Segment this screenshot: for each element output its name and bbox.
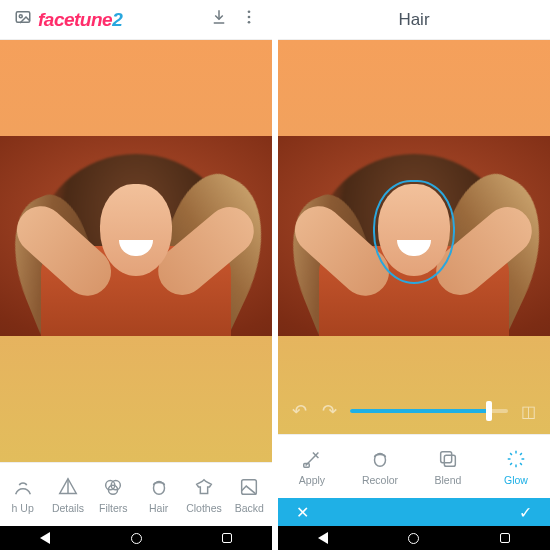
media-picker-icon[interactable] — [8, 8, 38, 31]
nav-recent[interactable] — [500, 533, 510, 543]
svg-point-3 — [248, 16, 251, 19]
nav-recent[interactable] — [222, 533, 232, 543]
tool-label: Backd — [235, 502, 264, 514]
tool-filters[interactable]: Filters — [91, 476, 135, 514]
download-icon[interactable] — [204, 8, 234, 31]
compare-icon[interactable]: ◫ — [518, 402, 538, 421]
tool-label: Apply — [299, 474, 325, 486]
tool-label: Recolor — [362, 474, 398, 486]
tool-label: h Up — [12, 502, 34, 514]
tool-backdrop[interactable]: Backd — [227, 476, 271, 514]
screen-main: facetune2 h Up Details — [0, 0, 272, 550]
android-navbar — [0, 526, 272, 550]
tool-label: Glow — [504, 474, 528, 486]
tool-hair[interactable]: Hair — [137, 476, 181, 514]
nav-back[interactable] — [318, 532, 328, 544]
tool-blend[interactable]: Blend — [426, 448, 470, 486]
svg-point-1 — [19, 15, 22, 18]
tool-label: Clothes — [186, 502, 222, 514]
brand-part1: facetune — [38, 9, 112, 30]
svg-rect-13 — [444, 455, 455, 466]
slider-fill — [350, 409, 489, 413]
svg-point-2 — [248, 10, 251, 13]
nav-home[interactable] — [131, 533, 142, 544]
brand-part2: 2 — [112, 9, 122, 30]
edit-canvas-main[interactable] — [0, 40, 272, 462]
confirm-button[interactable]: ✓ — [519, 503, 532, 522]
main-toolbar[interactable]: h Up Details Filters Hair Clothes Backd — [0, 462, 272, 526]
intensity-row: ↶ ↷ ◫ — [278, 400, 550, 422]
tool-label: Blend — [435, 474, 462, 486]
svg-rect-12 — [441, 451, 452, 462]
app-brand: facetune2 — [38, 9, 122, 31]
tool-label: Hair — [149, 502, 168, 514]
photo-hair — [278, 136, 550, 336]
page-title: Hair — [286, 10, 542, 30]
nav-home[interactable] — [408, 533, 419, 544]
android-navbar — [278, 526, 550, 550]
tool-apply[interactable]: Apply — [290, 448, 334, 486]
topbar-hair: Hair — [278, 0, 550, 40]
redo-icon[interactable]: ↷ — [320, 400, 340, 422]
edit-canvas-hair[interactable]: ↶ ↷ ◫ — [278, 40, 550, 434]
topbar-main: facetune2 — [0, 0, 272, 40]
screen-hair: Hair ↶ ↷ ◫ Apply — [278, 0, 550, 550]
hair-toolbar[interactable]: Apply Recolor Blend Glow — [278, 434, 550, 498]
more-vert-icon[interactable] — [234, 8, 264, 31]
tool-label: Details — [52, 502, 84, 514]
undo-icon[interactable]: ↶ — [290, 400, 310, 422]
photo-main — [0, 136, 272, 336]
tool-clothes[interactable]: Clothes — [182, 476, 226, 514]
confirm-bar: ✕ ✓ — [278, 498, 550, 526]
tool-glow[interactable]: Glow — [494, 448, 538, 486]
tool-details[interactable]: Details — [46, 476, 90, 514]
tool-recolor[interactable]: Recolor — [358, 448, 402, 486]
tool-label: Filters — [99, 502, 128, 514]
cancel-button[interactable]: ✕ — [296, 503, 309, 522]
slider-thumb[interactable] — [486, 401, 492, 421]
nav-back[interactable] — [40, 532, 50, 544]
tool-touchup[interactable]: h Up — [1, 476, 45, 514]
svg-point-4 — [248, 21, 251, 24]
intensity-slider[interactable] — [350, 401, 508, 421]
